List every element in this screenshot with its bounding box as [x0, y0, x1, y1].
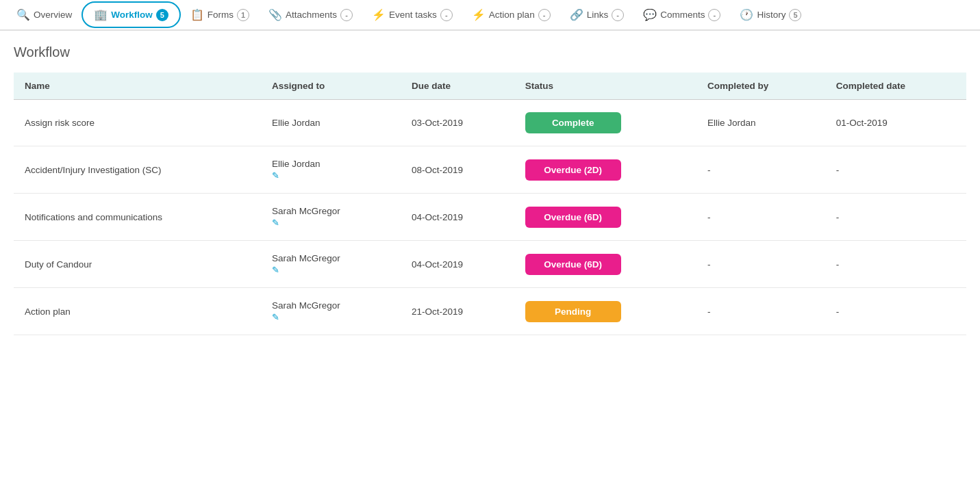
- assigned-name: Sarah McGregor: [272, 300, 390, 311]
- col-assigned-to: Assigned to: [261, 73, 401, 100]
- col-status: Status: [514, 73, 696, 100]
- history-icon: 🕐: [740, 8, 753, 21]
- cell-status: Overdue (2D): [514, 146, 696, 194]
- assigned-name: Sarah McGregor: [272, 253, 390, 263]
- cell-name: Duty of Candour: [14, 241, 261, 288]
- tab-links-label: Links: [587, 10, 609, 20]
- edit-icon[interactable]: ✎: [272, 218, 390, 228]
- tab-action-plan-label: Action plan: [489, 10, 535, 20]
- table-row: Accident/Injury Investigation (SC)Ellie …: [14, 146, 966, 194]
- forms-badge: 1: [237, 9, 249, 21]
- cell-status: Pending: [514, 288, 696, 335]
- col-name: Name: [14, 73, 261, 100]
- tab-comments-label: Comments: [660, 10, 705, 20]
- table-row: Action planSarah McGregor✎21-Oct-2019Pen…: [14, 288, 966, 335]
- cell-completed-by: -: [696, 194, 825, 241]
- tab-bar: 🔍 Overview 🏢 Workflow 5 📋 Forms 1 📎 Atta…: [0, 0, 980, 31]
- tab-overview-label: Overview: [34, 10, 72, 20]
- attachments-badge: -: [340, 9, 353, 21]
- cell-completed-by: Ellie Jordan: [696, 100, 825, 146]
- tab-workflow-label: Workflow: [111, 10, 153, 20]
- workflow-badge: 5: [156, 9, 168, 21]
- cell-completed-by: -: [696, 288, 825, 335]
- cell-status: Complete: [514, 100, 696, 146]
- cell-completed-date: -: [825, 146, 966, 194]
- status-badge[interactable]: Overdue (6D): [525, 207, 621, 228]
- edit-icon[interactable]: ✎: [272, 312, 390, 322]
- page-content: Workflow Name Assigned to Due date Statu…: [0, 31, 980, 349]
- cell-completed-by: -: [696, 241, 825, 288]
- cell-assigned-to: Ellie Jordan✎: [261, 146, 401, 194]
- cell-due-date: 04-Oct-2019: [401, 194, 514, 241]
- cell-status: Overdue (6D): [514, 194, 696, 241]
- status-badge[interactable]: Complete: [525, 112, 621, 133]
- cell-due-date: 04-Oct-2019: [401, 241, 514, 288]
- action-plan-badge: -: [538, 9, 551, 21]
- action-plan-icon: ⚡: [472, 8, 486, 21]
- links-badge: -: [612, 9, 624, 21]
- col-due-date: Due date: [401, 73, 514, 100]
- table-row: Duty of CandourSarah McGregor✎04-Oct-201…: [14, 241, 966, 288]
- tab-event-tasks-label: Event tasks: [389, 10, 437, 20]
- status-badge[interactable]: Overdue (6D): [525, 254, 621, 275]
- cell-assigned-to: Sarah McGregor✎: [261, 241, 401, 288]
- cell-completed-date: -: [825, 194, 966, 241]
- tab-history-label: History: [757, 10, 786, 20]
- cell-name: Notifications and communications: [14, 194, 261, 241]
- tab-comments[interactable]: 💬 Comments -: [633, 0, 730, 29]
- tab-forms[interactable]: 📋 Forms 1: [181, 0, 259, 29]
- page-heading: Workflow: [14, 44, 966, 60]
- cell-completed-date: -: [825, 288, 966, 335]
- edit-icon[interactable]: ✎: [272, 265, 390, 275]
- forms-icon: 📋: [190, 8, 204, 21]
- status-badge[interactable]: Pending: [525, 301, 621, 322]
- tab-forms-label: Forms: [208, 10, 234, 20]
- cell-assigned-to: Ellie Jordan: [261, 100, 401, 146]
- tab-links[interactable]: 🔗 Links -: [560, 0, 634, 29]
- cell-due-date: 03-Oct-2019: [401, 100, 514, 146]
- tab-history[interactable]: 🕐 History 5: [730, 0, 811, 29]
- workflow-icon: 🏢: [94, 8, 108, 21]
- table-row: Assign risk scoreEllie Jordan03-Oct-2019…: [14, 100, 966, 146]
- event-tasks-badge: -: [440, 9, 453, 21]
- edit-icon[interactable]: ✎: [272, 170, 390, 181]
- attachments-icon: 📎: [268, 8, 282, 21]
- tab-overview[interactable]: 🔍 Overview: [7, 0, 81, 29]
- col-completed-by: Completed by: [696, 73, 825, 100]
- cell-name: Action plan: [14, 288, 261, 335]
- comments-icon: 💬: [643, 8, 657, 21]
- cell-status: Overdue (6D): [514, 241, 696, 288]
- tab-action-plan[interactable]: ⚡ Action plan -: [462, 0, 560, 29]
- comments-badge: -: [708, 9, 720, 21]
- overview-icon: 🔍: [16, 8, 30, 21]
- event-tasks-icon: ⚡: [372, 8, 386, 21]
- history-badge: 5: [789, 9, 801, 21]
- status-badge[interactable]: Overdue (2D): [525, 159, 621, 181]
- col-completed-date: Completed date: [825, 73, 966, 100]
- tab-workflow[interactable]: 🏢 Workflow 5: [81, 1, 181, 28]
- assigned-name: Ellie Jordan: [272, 159, 390, 169]
- cell-completed-date: 01-Oct-2019: [825, 100, 966, 146]
- cell-name: Assign risk score: [14, 100, 261, 146]
- links-icon: 🔗: [570, 8, 583, 21]
- table-header-row: Name Assigned to Due date Status Complet…: [14, 73, 966, 100]
- assigned-name: Sarah McGregor: [272, 206, 390, 216]
- workflow-table: Name Assigned to Due date Status Complet…: [14, 73, 966, 335]
- tab-event-tasks[interactable]: ⚡ Event tasks -: [362, 0, 462, 29]
- cell-due-date: 21-Oct-2019: [401, 288, 514, 335]
- assigned-name: Ellie Jordan: [272, 118, 390, 128]
- table-row: Notifications and communicationsSarah Mc…: [14, 194, 966, 241]
- cell-assigned-to: Sarah McGregor✎: [261, 288, 401, 335]
- cell-completed-by: -: [696, 146, 825, 194]
- cell-assigned-to: Sarah McGregor✎: [261, 194, 401, 241]
- cell-name: Accident/Injury Investigation (SC): [14, 146, 261, 194]
- cell-due-date: 08-Oct-2019: [401, 146, 514, 194]
- cell-completed-date: -: [825, 241, 966, 288]
- tab-attachments-label: Attachments: [286, 10, 337, 20]
- tab-attachments[interactable]: 📎 Attachments -: [259, 0, 362, 29]
